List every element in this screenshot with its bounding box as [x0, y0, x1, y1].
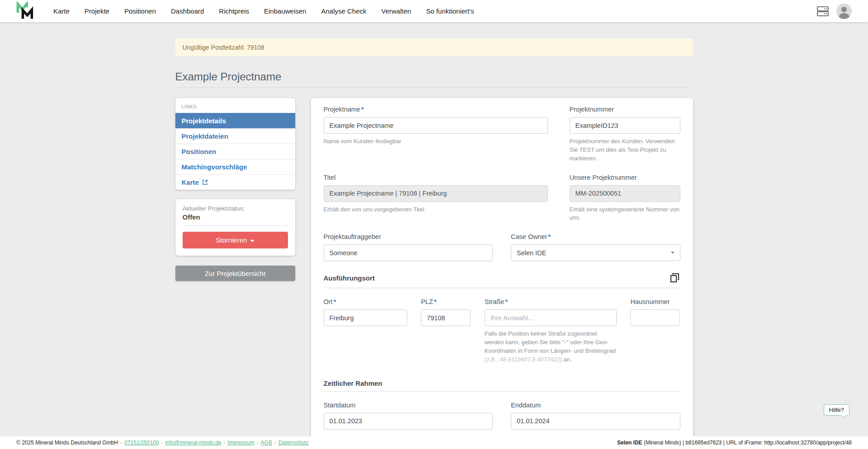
strasse-input[interactable] [485, 309, 617, 326]
sidebar-item-label: Matchingvorschläge [182, 163, 247, 171]
sidebar-item-label: Projektdateien [182, 132, 228, 140]
chevron-down-icon [671, 252, 675, 254]
footer-left: © 2025 Mineral Minds Deutschland GmbH · … [16, 440, 309, 446]
separator-dot: · [274, 440, 276, 446]
stornieren-button[interactable]: Stornieren [183, 232, 288, 248]
external-link-icon [202, 179, 208, 185]
left-sidebar: LINKS Projektdetails Projektdateien Posi… [175, 98, 295, 281]
projektname-helper: Name vom Kunden festlegbar [324, 137, 548, 146]
sidebar-item-matchingvorschlaege[interactable]: Matchingvorschläge [175, 159, 295, 174]
sidebar-item-projektdetails[interactable]: Projektdetails [175, 113, 295, 128]
separator-dot: · [161, 440, 163, 446]
sidebar-item-karte[interactable]: Karte [175, 174, 295, 190]
case-owner-label: Case Owner* [511, 233, 680, 240]
footer-impressum-link[interactable]: Impressum [227, 440, 254, 446]
plz-input[interactable] [421, 309, 471, 326]
projektname-label: Projektname* [324, 106, 548, 113]
top-navigation: Karte Projekte Positionen Dashboard Rich… [0, 0, 868, 22]
hausnummer-input[interactable] [630, 309, 680, 326]
project-details-card: Projektname* Name vom Kunden festlegbar … [311, 98, 693, 449]
footer-datenschutz-link[interactable]: Datenschutz [278, 440, 309, 446]
footer-copyright: © 2025 Mineral Minds Deutschland GmbH [16, 440, 118, 446]
links-card-header: LINKS [175, 102, 295, 113]
stornieren-button-label: Stornieren [216, 236, 247, 244]
titel-helper: Erhält den von uns vorgegebenen Titel. [324, 206, 548, 214]
nav-links: Karte Projekte Positionen Dashboard Rich… [53, 7, 474, 15]
startdatum-input[interactable] [324, 413, 493, 430]
strasse-helper: Falls die Position keiner Straße zugeord… [485, 330, 617, 364]
mineral-minds-logo-icon [16, 2, 34, 21]
links-card: LINKS Projektdetails Projektdateien Posi… [175, 98, 295, 190]
ort-input[interactable] [324, 309, 407, 326]
required-asterisk: * [548, 233, 551, 240]
ort-label: Ort* [324, 298, 407, 305]
sidebar-item-positionen[interactable]: Positionen [175, 144, 295, 159]
status-label: Aktueller Projektstatus: [183, 205, 288, 212]
footer-session-details: (Mineral Minds) | b91695ed7623 | URL of … [642, 440, 852, 446]
separator-dot: · [257, 440, 259, 446]
sidebar-item-label: Projektdetails [182, 117, 226, 125]
footer-agb-link[interactable]: AGB [261, 440, 272, 446]
titel-input [324, 185, 548, 202]
footer-session-info: Selen IDE (Mineral Minds) | b91695ed7623… [617, 440, 852, 446]
page-title: Example Projectname [175, 70, 693, 83]
ausfuehrungsort-divider [324, 288, 680, 288]
sidebar-item-projektdateien[interactable]: Projektdateien [175, 128, 295, 144]
case-owner-selected-value: Selen IDE [517, 249, 546, 257]
status-divider [183, 225, 288, 226]
required-asterisk: * [361, 106, 364, 113]
nav-item-karte[interactable]: Karte [53, 7, 70, 15]
footer-phone-link[interactable]: 07151/250100 [124, 440, 159, 446]
ausfuehrungsort-heading: Ausführungsort [324, 274, 375, 282]
nav-item-richtpreis[interactable]: Richtpreis [219, 7, 249, 15]
nav-item-positionen[interactable]: Positionen [124, 7, 156, 15]
user-avatar-icon[interactable] [836, 4, 852, 19]
projektnummer-input[interactable] [570, 117, 680, 134]
required-asterisk: * [505, 298, 508, 305]
footer: © 2025 Mineral Minds Deutschland GmbH · … [0, 436, 868, 449]
projektname-input[interactable] [324, 117, 548, 134]
required-asterisk: * [434, 298, 437, 305]
sidebar-item-label: Positionen [182, 148, 217, 155]
server-stack-icon[interactable] [816, 5, 829, 17]
titel-label: Titel [324, 174, 548, 181]
help-button[interactable]: Hilfe? [824, 404, 849, 416]
nav-item-einbauweisen[interactable]: Einbauweisen [264, 7, 306, 15]
caret-down-icon [250, 240, 255, 242]
sidebar-item-label: Karte [182, 178, 199, 186]
nav-item-dashboard[interactable]: Dashboard [171, 7, 204, 15]
zur-projektuebersicht-button[interactable]: Zur Projektübersicht [175, 266, 295, 281]
separator-dot: · [223, 440, 225, 446]
unsere-projektnummer-input [570, 185, 680, 202]
unsere-projektnummer-label: Unsere Projektnummer [570, 174, 680, 181]
unsere-projektnummer-helper: Erhält eine systemgenerierte Nummer von … [570, 206, 680, 223]
plz-label: PLZ* [421, 298, 471, 305]
app-logo[interactable] [16, 2, 34, 21]
projektnummer-label: Projektnummer [570, 106, 680, 113]
footer-email-link[interactable]: info@mineral-minds.de [165, 440, 222, 446]
nav-item-projekte[interactable]: Projekte [85, 7, 109, 15]
hausnummer-label: Hausnummer [630, 298, 680, 305]
nav-item-verwalten[interactable]: Verwalten [382, 7, 411, 15]
warning-banner: Ungültige Postleitzahl: 79108 [175, 38, 693, 56]
copy-icon[interactable] [669, 272, 680, 284]
projektauftraggeber-label: Projektauftraggeber [324, 233, 493, 240]
footer-user-name: Selen IDE [617, 440, 642, 446]
zeitlicher-rahmen-heading: Zeitlicher Rahmen [324, 379, 382, 387]
warning-banner-text: Ungültige Postleitzahl: 79108 [183, 44, 264, 51]
nav-right [816, 4, 852, 19]
strasse-label: Straße* [485, 298, 617, 305]
project-status-card: Aktueller Projektstatus: Offen Storniere… [175, 199, 295, 256]
required-asterisk: * [334, 298, 336, 305]
zeitlicher-rahmen-divider [324, 391, 680, 392]
enddatum-label: Enddatum [511, 402, 680, 409]
status-value: Offen [183, 213, 288, 221]
projektnummer-helper: Projektnummer des Kunden. Verwenden Sie … [570, 137, 680, 163]
nav-item-analyse-check[interactable]: Analyse Check [321, 7, 366, 15]
case-owner-select[interactable]: Selen IDE [511, 244, 680, 261]
title-divider [175, 88, 693, 88]
enddatum-input[interactable] [511, 413, 680, 430]
projektauftraggeber-input[interactable] [324, 244, 493, 261]
startdatum-label: Startdatum [324, 402, 493, 409]
nav-item-so-funktionierts[interactable]: So funktioniert's [426, 7, 474, 15]
